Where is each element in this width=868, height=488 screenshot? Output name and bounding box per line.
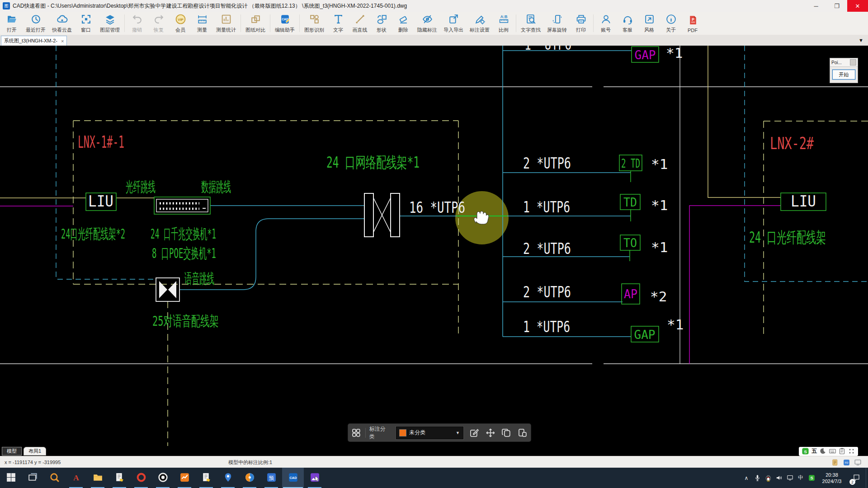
poi-start-button[interactable]: 开始	[832, 70, 855, 80]
toolbar-item-layer-manager[interactable]: 图层管理	[97, 12, 123, 35]
toolbar-item-support[interactable]: 客服	[617, 12, 638, 35]
toolbar-item-edit-assistant[interactable]: CAD编辑助手	[272, 12, 298, 35]
toolbar-item-open[interactable]: 打开	[1, 12, 23, 35]
tray-language-indicator[interactable]: 中	[795, 468, 806, 488]
toolbar-item-annotation-settings[interactable]: 标注设置	[467, 12, 493, 35]
tab-list-dropdown-icon[interactable]: ▼	[859, 38, 863, 43]
ime-keyboard-icon[interactable]	[829, 447, 836, 455]
liu-label-1: LIU	[88, 192, 113, 210]
toolbar-item-cloud-disk[interactable]: 快看云盘	[49, 12, 75, 35]
svg-text:A: A	[73, 473, 79, 482]
toolbar-divider	[241, 14, 241, 32]
document-tab[interactable]: 系统图_t3(HNGH-XM-2- ×	[1, 36, 67, 46]
toolbar-item-window[interactable]: 窗口	[75, 12, 97, 35]
toolbar-item-print[interactable]: 打印	[570, 12, 592, 35]
toolbar-item-text[interactable]: 文字	[327, 12, 349, 35]
chart-app-icon	[179, 472, 190, 484]
taskbar-doc-editor-app[interactable]	[195, 468, 217, 488]
trunk-cable-label: 16 *UTP6	[409, 198, 465, 216]
classify-grid-icon[interactable]	[351, 427, 362, 438]
recent-open-icon	[30, 14, 42, 26]
status-display-icon[interactable]	[854, 459, 862, 466]
tray-monitor-icon[interactable]	[784, 468, 795, 488]
minimize-button[interactable]: ─	[806, 0, 826, 12]
taskbar-opera-app[interactable]	[130, 468, 152, 488]
toolbar-item-scale[interactable]: A:B比例	[493, 12, 514, 35]
taskbar-cad-viewer-app[interactable]: CAD	[282, 468, 304, 488]
classify-select[interactable]: 未分类 ▼	[396, 427, 463, 439]
sogou-logo-icon[interactable]: S	[802, 447, 809, 455]
taskbar-chart-app[interactable]	[174, 468, 195, 488]
voice-jumper-label: 语音跳线	[184, 270, 214, 286]
import-export-icon	[448, 14, 459, 26]
toolbar-item-find-text[interactable]: 文字查找	[518, 12, 544, 35]
toolbar-item-shape-recognition[interactable]: 图形识别	[301, 12, 327, 35]
show-desktop-sliver[interactable]	[866, 468, 868, 488]
svg-text:P: P	[692, 17, 694, 21]
tray-clock[interactable]: 20:38 2024/7/3	[817, 472, 847, 484]
classify-move-icon[interactable]	[485, 427, 496, 438]
toolbar-item-hide-annotation[interactable]: 隐藏标注	[414, 12, 440, 35]
classify-label: 标注分类	[369, 425, 391, 441]
tray-expand-icon[interactable]: ∧	[741, 468, 752, 488]
ime-moon-icon[interactable]	[819, 447, 827, 455]
taskbar-notes-app[interactable]	[108, 468, 130, 488]
toolbar-item-redo[interactable]: 恢复	[148, 12, 170, 35]
toolbar-item-import-export[interactable]: 导入导出	[440, 12, 467, 35]
toolbar-item-label: 风格	[644, 27, 654, 33]
ime-toolbox-icon[interactable]	[848, 447, 855, 455]
toolbar-item-pdf[interactable]: PPDF	[682, 12, 703, 35]
toolbar-item-drawing-compare[interactable]: 图纸对比	[242, 12, 269, 35]
toolbar-item-style[interactable]: 风格	[638, 12, 660, 35]
notification-center-icon[interactable]: 2	[847, 468, 866, 488]
toolbar-item-draw-line[interactable]: 画直线	[349, 12, 371, 35]
tray-sogou-icon[interactable]: S	[806, 468, 817, 488]
tray-speaker-icon[interactable]	[774, 468, 784, 488]
toolbar-item-recent-open[interactable]: 最近打开	[23, 12, 49, 35]
ime-wubi-indicator[interactable]: 五	[811, 447, 817, 455]
tab-close-icon[interactable]: ×	[61, 38, 64, 44]
toolbar-item-screen-rotate[interactable]: 屏幕旋转	[544, 12, 570, 35]
status-fd-icon[interactable]: FD	[843, 459, 850, 466]
toolbar-item-account[interactable]: 账号	[595, 12, 617, 35]
system-tray: ∧ 中 S 20:38 2024/7/3 2	[741, 468, 868, 488]
toolbar-item-vip[interactable]: VIP会员	[170, 12, 191, 35]
tab-model[interactable]: 模型	[2, 447, 22, 455]
taskbar-recorder-app[interactable]	[152, 468, 174, 488]
maximize-button[interactable]: ❐	[826, 0, 847, 12]
room-label-lnx2: LNX-2#	[770, 134, 814, 153]
tray-qq-penguin-icon[interactable]	[763, 468, 774, 488]
toolbar-item-undo[interactable]: 撤销	[126, 12, 148, 35]
toolbar-item-shapes[interactable]: 形状	[371, 12, 392, 35]
taskbar-task-view-button[interactable]	[22, 468, 43, 488]
toolbar-item-about[interactable]: 关于	[660, 12, 682, 35]
row6-count: *1	[667, 316, 684, 333]
row2-count: *1	[651, 156, 668, 172]
close-button[interactable]: ✕	[847, 0, 868, 12]
taskbar-file-explorer-app[interactable]	[87, 468, 108, 488]
ime-clipboard-icon[interactable]	[838, 447, 846, 455]
taskbar-map-app[interactable]	[217, 468, 239, 488]
taskbar-preview-app[interactable]: 预	[260, 468, 282, 488]
classify-copy-icon[interactable]	[501, 427, 512, 438]
row3-cable-label: 1 *UTP6	[523, 198, 570, 216]
taskbar-autocad-app[interactable]: A	[65, 468, 87, 488]
status-doc-icon[interactable]	[831, 459, 839, 466]
taskbar-start-button[interactable]	[0, 468, 22, 488]
toolbar-item-measure-stats[interactable]: 测量统计	[213, 12, 239, 35]
classify-paste-icon[interactable]	[517, 427, 528, 438]
toolbar-item-delete[interactable]: 删除	[392, 12, 414, 35]
taskbar-search-app[interactable]	[43, 468, 65, 488]
tab-layout1[interactable]: 布局1	[24, 447, 46, 455]
cad-drawing[interactable]: LNX-1#-1 LIU 光纤跳线 数据跳线 24 口网络配线架*1 24口光纤…	[0, 46, 868, 446]
taskbar-design-app[interactable]	[239, 468, 260, 488]
classify-edit-icon[interactable]	[469, 427, 480, 438]
toolbar-divider	[593, 14, 594, 32]
row4-cable-label: 2 *UTP6	[523, 239, 571, 258]
drawing-canvas[interactable]: LNX-1#-1 LIU 光纤跳线 数据跳线 24 口网络配线架*1 24口光纤…	[0, 46, 868, 446]
tray-mic-icon[interactable]	[752, 468, 763, 488]
poi-panel-button-icon[interactable]	[850, 59, 856, 66]
taskbar-image-tool-app[interactable]	[304, 468, 326, 488]
toolbar-item-measure[interactable]: 测量	[191, 12, 213, 35]
row5-terminal-label: AP	[624, 287, 637, 301]
